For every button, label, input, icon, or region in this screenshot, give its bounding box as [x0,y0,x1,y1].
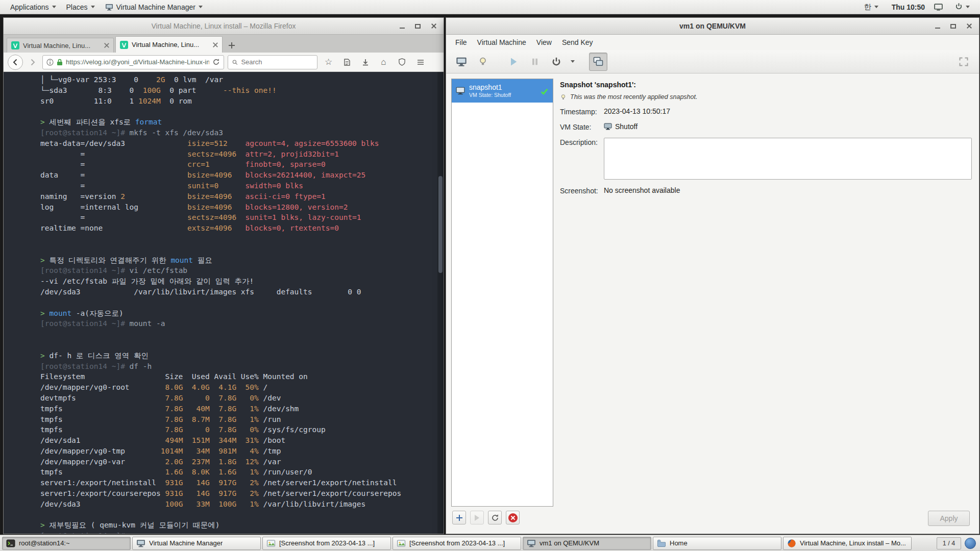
minimize-button[interactable] [395,20,409,32]
firefox-titlebar[interactable]: Virtual Machine, Linux install – Mozilla… [4,18,444,35]
power-icon [551,57,561,67]
menu-places[interactable]: Places [61,0,100,14]
taskbar-item-home[interactable]: Home [653,537,781,550]
power-icon [955,3,963,12]
tab-close-icon[interactable] [213,42,218,47]
vmm-toolbar [446,50,979,73]
page-scrollbar[interactable] [437,72,444,534]
snapshot-name: snapshot1 [469,83,538,92]
menu-virtual-machine[interactable]: Virtual Machine [472,35,531,50]
console-button[interactable] [452,53,471,71]
snapshot-note: This was the most recently applied snaps… [560,93,972,101]
tab-2-active[interactable]: Virtual Machine, Linu... [115,36,223,53]
shutdown-button[interactable] [547,53,566,71]
workspace-pager[interactable]: 1 / 4 [937,537,961,549]
chevron-down-icon [91,6,95,8]
scrollbar-thumb[interactable] [438,176,443,273]
back-arrow-icon [11,58,19,66]
taskbar-item-screenshot-2[interactable]: [Screenshot from 2023-04-13 ...] [393,537,521,550]
terminal-line: [root@station14 ~]# [40,531,436,534]
vm-state-label: VM State: [560,122,604,131]
taskbar-item-vmm[interactable]: Virtual Machine Manager [132,537,261,550]
vmm-window: vm1 on QEMU/KVM File Virtual Machine Vie… [446,17,979,534]
downloads-button[interactable] [358,55,373,69]
taskbar-item-terminal[interactable]: root@station14:~ [2,537,131,550]
clock[interactable]: Thu 10:50 [890,3,927,11]
terminal-line: = sectsz=4096 attr=2, projid32bit=1 [40,149,436,160]
back-button[interactable] [8,55,23,70]
maximize-button[interactable] [946,20,960,32]
firefox-window: Virtual Machine, Linux install – Mozilla… [3,17,444,534]
tab-close-icon[interactable] [104,43,109,48]
taskbar-item-vm1[interactable]: vm1 on QEMU/KVM [523,537,651,550]
tab-1[interactable]: Virtual Machine, Linu... [7,38,114,53]
terminal-line: tmpfs 7.8G 40M 7.8G 1% /dev/shm [40,404,436,414]
terminal-line: = crc=1 finobt=0, sparse=0 [40,159,436,170]
search-icon [232,59,238,66]
menu-view[interactable]: View [531,35,557,50]
search-bar[interactable] [228,55,317,69]
apply-button[interactable]: Apply [928,511,970,526]
reload-icon[interactable] [212,58,220,66]
shield-button[interactable] [395,55,409,69]
minimize-button[interactable] [930,20,944,32]
library-button[interactable] [339,55,354,69]
menu-send-key[interactable]: Send Key [557,35,598,50]
terminal-line: tmpfs 7.8G 8.7M 7.8G 1% /run [40,414,436,425]
keyboard-layout-indicator[interactable]: 한 [859,0,884,14]
search-input[interactable] [241,58,313,66]
close-button[interactable] [427,20,440,32]
menu-applications[interactable]: Applications [5,0,61,14]
run-button[interactable] [504,53,523,71]
taskbar: root@station14:~ Virtual Machine Manager… [0,535,980,551]
maximize-icon [950,24,956,29]
description-label: Description: [560,138,604,146]
maximize-button[interactable] [411,20,425,32]
details-button[interactable] [474,53,492,71]
forward-button[interactable] [27,56,39,68]
shutdown-menu-button[interactable] [569,53,577,71]
bookmark-star-button[interactable]: ☆ [321,55,336,69]
terminal-line: realtime =none extsz=4096 blocks=0, rtex… [40,223,436,234]
delete-snapshot-button[interactable] [506,511,520,524]
vm-state-text: Shutoff [615,122,638,131]
status-indicator-icon[interactable] [965,538,976,549]
new-tab-button[interactable] [224,38,239,53]
snapshot-list-item-selected[interactable]: snapshot1 VM State: Shutoff [452,79,553,103]
timestamp-row: Timestamp: 2023-04-13 10:50:17 [560,107,972,116]
pause-button[interactable] [526,53,544,71]
taskbar-item-screenshot-1[interactable]: [Screenshot from 2023-04-13 ...] [262,537,391,550]
fullscreen-button[interactable] [954,53,973,71]
snapshot-list[interactable]: snapshot1 VM State: Shutoff [451,79,553,507]
keyboard-layout-label: 한 [864,3,871,12]
vm-state-row: VM State: Shutoff [560,122,972,131]
add-snapshot-button[interactable] [452,511,466,524]
taskbar-item-label: Home [670,539,688,547]
menu-virtual-machine-manager[interactable]: Virtual Machine Manager [100,0,208,14]
browser-viewport[interactable]: │ └─vg0-var 253:3 0 2G 0 lvm /var└─sda3 … [4,72,444,534]
terminal-line: = sunit=0 swidth=0 blks [40,181,436,191]
refresh-snapshots-button[interactable] [488,511,502,524]
vmm-window-title: vm1 on QEMU/KVM [679,22,746,30]
terminal-line: └─sda3 8:3 0 100G 0 part --this one!! [40,85,436,96]
snapshots-button[interactable] [589,53,607,71]
snapshot-description-input[interactable] [604,138,972,180]
firefox-navigation-bar: https://velog.io/@yoni_d/Virtual-Machine… [4,53,444,72]
terminal-line [40,510,436,520]
power-menu[interactable] [950,0,975,14]
home-button[interactable]: ⌂ [376,55,391,69]
display-icon[interactable] [933,3,944,11]
menu-file[interactable]: File [450,35,472,50]
url-bar[interactable]: https://velog.io/@yoni_d/Virtual-Machine… [42,55,224,69]
close-button[interactable] [962,20,976,32]
taskbar-item-firefox[interactable]: Virtual Machine, Linux install – Mo... [783,537,912,550]
menu-button[interactable] [413,55,428,69]
terminal-line [40,106,436,117]
vmm-titlebar[interactable]: vm1 on QEMU/KVM [446,18,979,35]
download-icon [361,58,370,66]
page-info-icon [46,59,54,66]
shield-icon [398,58,406,66]
hamburger-menu-icon [416,58,425,66]
terminal-line [40,329,436,340]
run-snapshot-button[interactable] [470,511,484,524]
